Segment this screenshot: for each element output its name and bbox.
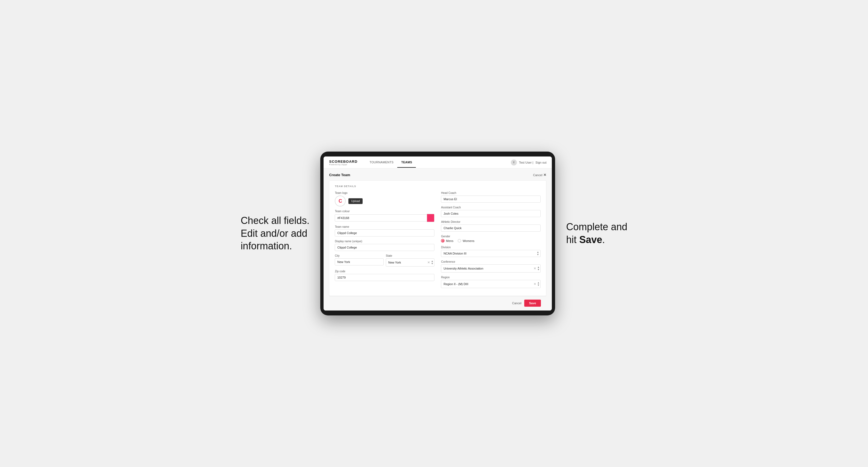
head-coach-input[interactable]	[441, 195, 540, 203]
conference-select-display[interactable]: University Athletic Association	[441, 264, 540, 273]
nav-links: TOURNAMENTS TEAMS	[366, 157, 510, 168]
state-label: State	[386, 254, 435, 257]
asst-coach-label: Assistant Coach	[441, 206, 540, 209]
team-name-input[interactable]	[335, 229, 434, 237]
navbar: SCOREBOARD Powered by clippd TOURNAMENTS…	[323, 156, 552, 168]
brand-name: SCOREBOARD	[329, 159, 358, 164]
display-name-input[interactable]	[335, 244, 434, 251]
state-clear-icon[interactable]: ✕	[427, 260, 431, 265]
nav-tournaments[interactable]: TOURNAMENTS	[366, 157, 397, 168]
division-field: Division NCAA Division III ▲▼	[441, 246, 540, 257]
conference-value-text: University Athletic Association	[443, 267, 483, 270]
radio-dot	[442, 240, 444, 242]
annotation-right-line1: Complete and	[566, 221, 627, 232]
brand-logo: SCOREBOARD Powered by clippd	[329, 159, 358, 165]
team-name-field: Team name	[335, 225, 434, 237]
conference-clear-icon[interactable]: ✕	[533, 266, 537, 271]
conference-label: Conference	[441, 260, 540, 263]
annotation-left-line2: Edit and/or add	[241, 228, 307, 239]
avatar: T	[511, 159, 517, 165]
head-coach-label: Head Coach	[441, 191, 540, 194]
annotation-left-line1: Check all fields.	[241, 215, 309, 226]
team-name-label: Team name	[335, 225, 434, 228]
conference-select-controls: ✕ ▲▼	[533, 266, 540, 271]
region-select-wrapper: Region II - (M) DIII ✕ ▲▼	[441, 280, 540, 288]
display-name-label: Display name (unique)	[335, 240, 434, 243]
gender-womens-option[interactable]: Womens	[458, 239, 474, 243]
sign-out-link[interactable]: Sign out	[535, 161, 546, 164]
gender-womens-label: Womens	[463, 239, 474, 243]
colour-swatch[interactable]	[427, 214, 434, 222]
cancel-icon: ✕	[544, 173, 546, 177]
footer-save-button[interactable]: Save	[524, 300, 541, 307]
form-grid: Team logo C Upload Team colour	[335, 191, 540, 291]
gender-field: Gender Mens	[441, 235, 540, 243]
modal-cancel-button[interactable]: Cancel ✕	[533, 173, 546, 177]
modal-container: Create Team Cancel ✕ TEAM DETAILS Team	[323, 168, 552, 311]
region-clear-icon[interactable]: ✕	[533, 282, 537, 286]
form-col-right: Head Coach Assistant Coach Athletic Dire…	[441, 191, 540, 291]
gender-label: Gender	[441, 235, 540, 238]
modal-footer: Cancel Save	[329, 296, 546, 310]
footer-cancel-button[interactable]: Cancel	[512, 302, 522, 305]
region-field: Region Region II - (M) DIII ✕ ▲▼	[441, 276, 540, 288]
section-label: TEAM DETAILS	[335, 185, 540, 188]
brand-tagline: Powered by clippd	[329, 164, 358, 165]
conference-select-wrapper: University Athletic Association ✕ ▲▼	[441, 264, 540, 273]
city-state-row: City State New York	[335, 254, 434, 267]
state-select-controls: ✕ ▲▼	[427, 260, 434, 265]
zip-input[interactable]	[335, 274, 434, 281]
colour-input-row	[335, 214, 434, 222]
gender-mens-label: Mens	[446, 239, 453, 243]
modal-header: Create Team Cancel ✕	[329, 173, 546, 177]
colour-text-input[interactable]	[335, 214, 427, 221]
state-field: State New York ✕ ▲▼	[386, 254, 435, 267]
state-select-wrapper: New York ✕ ▲▼	[386, 258, 435, 267]
gender-mens-option[interactable]: Mens	[441, 239, 453, 243]
division-select-wrapper: NCAA Division III ▲▼	[441, 250, 540, 257]
athletic-director-field: Athletic Director	[441, 220, 540, 231]
city-state-field: City State New York	[335, 254, 434, 267]
gender-mens-radio[interactable]	[441, 239, 444, 243]
division-select[interactable]: NCAA Division III	[441, 250, 540, 257]
state-value-text: New York	[388, 261, 401, 264]
city-input[interactable]	[335, 258, 383, 266]
gender-womens-radio[interactable]	[458, 239, 461, 243]
athletic-director-label: Athletic Director	[441, 220, 540, 223]
team-logo-field: Team logo C Upload	[335, 191, 434, 207]
athletic-director-input[interactable]	[441, 224, 540, 231]
annotation-right-end: .	[602, 234, 605, 245]
region-arrow-icon: ▲▼	[537, 282, 540, 286]
region-select-controls: ✕ ▲▼	[533, 282, 540, 286]
display-name-field: Display name (unique)	[335, 240, 434, 251]
region-value-text: Region II - (M) DIII	[443, 282, 468, 286]
nav-teams[interactable]: TEAMS	[397, 157, 416, 168]
cancel-label: Cancel	[533, 174, 542, 177]
annotation-save-bold: Save	[579, 234, 602, 245]
conference-field: Conference University Athletic Associati…	[441, 260, 540, 273]
annotation-right: Complete and hit Save.	[566, 221, 627, 246]
user-label: Test User |	[519, 161, 533, 164]
region-select-display[interactable]: Region II - (M) DIII	[441, 280, 540, 288]
state-arrow-icon: ▲▼	[431, 260, 434, 265]
form-col-left: Team logo C Upload Team colour	[335, 191, 434, 291]
annotation-right-line2: hit	[566, 234, 579, 245]
asst-coach-input[interactable]	[441, 210, 540, 217]
city-field: City	[335, 254, 383, 267]
logo-circle: C	[335, 195, 346, 207]
team-logo-area: C Upload	[335, 195, 434, 207]
navbar-right: T Test User | Sign out	[511, 159, 547, 165]
modal-title: Create Team	[329, 173, 350, 177]
zip-label: Zip code	[335, 270, 434, 273]
modal-body: TEAM DETAILS Team logo C Upload	[329, 180, 546, 296]
team-colour-field: Team colour	[335, 210, 434, 222]
upload-button[interactable]: Upload	[348, 198, 363, 204]
team-colour-label: Team colour	[335, 210, 434, 213]
asst-coach-field: Assistant Coach	[441, 206, 540, 217]
gender-row: Mens Womens	[441, 239, 540, 243]
tablet-device: SCOREBOARD Powered by clippd TOURNAMENTS…	[320, 152, 555, 315]
division-label: Division	[441, 246, 540, 249]
head-coach-field: Head Coach	[441, 191, 540, 203]
zip-code-field: Zip code	[335, 270, 434, 281]
city-label: City	[335, 254, 383, 257]
